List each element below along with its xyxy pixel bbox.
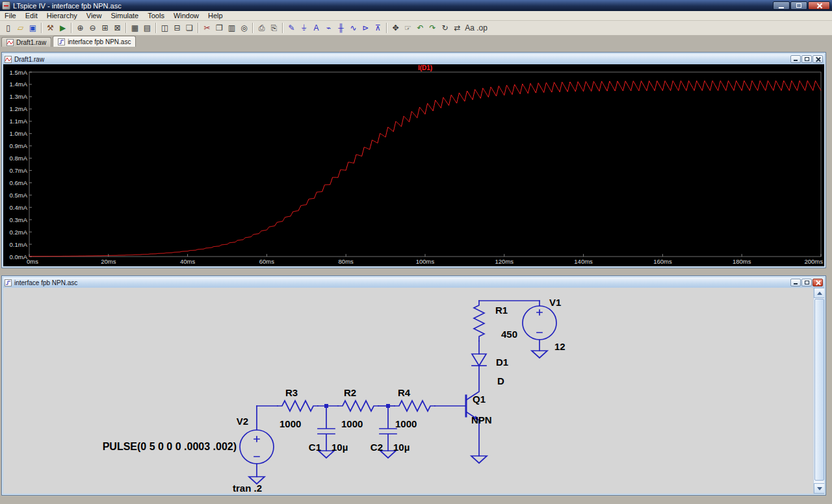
toolbar-wire-button[interactable]: ✎ (285, 22, 298, 34)
toolbar-run-button[interactable]: ▶ (57, 22, 69, 34)
waveform-window-titlebar[interactable]: Draft1.raw (3, 54, 824, 64)
toolbar-ground-button[interactable]: ⏚ (298, 22, 310, 34)
menu-tools[interactable]: Tools (143, 11, 169, 20)
toolbar: ▯▱▣⚒▶⊕⊖⊞⊠▦▤◫⊟❏✂❐▥◎⎙⎘✎⏚A⌁╫∿⊳⊼✥☞↶↷↻⇄Aa.op (0, 21, 832, 36)
component-r1-symbol[interactable] (474, 301, 484, 341)
label-r2-name[interactable]: R2 (344, 387, 356, 398)
label-c2-value[interactable]: 10µ (393, 442, 410, 453)
toolbar-text-button[interactable]: Aa (463, 22, 476, 34)
schematic-close-button[interactable] (812, 279, 823, 286)
scroll-down-button[interactable] (814, 483, 824, 494)
waveform-close-button[interactable] (812, 55, 823, 63)
menu-help[interactable]: Help (203, 11, 228, 20)
label-c2-name[interactable]: C2 (370, 442, 383, 453)
schematic-minimize-button[interactable] (790, 279, 801, 286)
toolbar-rotate-button[interactable]: ↻ (439, 22, 451, 34)
label-r3-name[interactable]: R3 (285, 387, 298, 398)
label-r1-name[interactable]: R1 (495, 305, 508, 316)
label-r3-value[interactable]: 1000 (280, 418, 301, 429)
waveform-window-buttons (790, 55, 823, 63)
vertical-scrollbar[interactable] (813, 288, 824, 494)
toolbar-zoom-area-button[interactable]: ⊞ (99, 22, 111, 34)
toolbar-drag-button[interactable]: ☞ (402, 22, 414, 34)
label-d1-name[interactable]: D1 (496, 357, 508, 368)
toolbar-inductor-button[interactable]: ∿ (347, 22, 359, 34)
label-r2-value[interactable]: 1000 (341, 418, 363, 429)
trace-i-d1[interactable] (29, 81, 821, 256)
toolbar-mirror-button[interactable]: ⇄ (451, 22, 463, 34)
toolbar-save-button[interactable]: ▣ (27, 22, 39, 34)
menu-hierarchy[interactable]: Hierarchy (42, 11, 82, 20)
trace-legend-label[interactable]: I(D1) (418, 64, 432, 71)
waveform-minimize-button[interactable] (790, 55, 801, 63)
toolbar-cascade-button[interactable]: ❏ (183, 22, 196, 34)
menu-file[interactable]: File (0, 11, 21, 20)
toolbar-separator (198, 23, 199, 33)
component-r3-symbol[interactable] (278, 401, 318, 411)
toolbar-net-label-button[interactable]: A (310, 22, 322, 34)
label-r4-name[interactable]: R4 (398, 387, 411, 398)
mdi-client-area: Draft1.raw 0.0mA0.1mA0.2mA0.3mA0.4mA0.5m… (0, 47, 832, 504)
toolbar-resistor-button[interactable]: ⌁ (322, 22, 335, 34)
component-r4-symbol[interactable] (395, 401, 435, 411)
label-v2-value[interactable]: PULSE(0 5 0 0 0 .0003 .002) (103, 441, 237, 452)
minimize-button[interactable] (773, 1, 790, 10)
menu-simulate[interactable]: Simulate (106, 11, 143, 20)
toolbar-spice-directive-button[interactable]: .op (476, 22, 488, 34)
component-r2-symbol[interactable] (338, 401, 378, 411)
component-v1-symbol[interactable] (479, 301, 556, 358)
menu-view[interactable]: View (82, 11, 107, 20)
component-d1-symbol[interactable] (472, 341, 486, 366)
waveform-plot-area[interactable]: 0.0mA0.1mA0.2mA0.3mA0.4mA0.5mA0.6mA0.7mA… (3, 64, 824, 266)
label-d1-value[interactable]: D (497, 375, 504, 386)
scrollbar-thumb[interactable] (814, 299, 824, 481)
toolbar-move-button[interactable]: ✥ (389, 22, 402, 34)
label-r1-value[interactable]: 450 (501, 329, 517, 340)
toolbar-new-schematic-button[interactable]: ▯ (2, 22, 14, 34)
schematic-canvas[interactable]: V1 12 R1 450 D1 D Q1 NPN R4 1000 R2 1000… (3, 288, 824, 494)
toolbar-snap-button[interactable]: ▤ (141, 22, 153, 34)
toolbar-capacitor-button[interactable]: ╫ (335, 22, 347, 34)
toolbar-redo-button[interactable]: ↷ (426, 22, 439, 34)
toolbar-cut-button[interactable]: ✂ (201, 22, 213, 34)
schematic-maximize-button[interactable] (801, 279, 812, 286)
y-tick-label: 0.6mA (10, 179, 28, 186)
toolbar-zoom-full-extents-button[interactable]: ⊠ (111, 22, 124, 34)
label-q1-name[interactable]: Q1 (473, 394, 486, 405)
toolbar-paste-button[interactable]: ▥ (226, 22, 238, 34)
tab-interface-fpb-npn-asc[interactable]: interface fpb NPN.asc (53, 36, 136, 47)
menu-edit[interactable]: Edit (21, 11, 42, 20)
plot-frame (29, 72, 821, 257)
toolbar-component-button[interactable]: ⊼ (372, 22, 384, 34)
toolbar-zoom-in-button[interactable]: ⊕ (74, 22, 86, 34)
toolbar-tile-horizontal-button[interactable]: ⊟ (171, 22, 183, 34)
toolbar-undo-button[interactable]: ↶ (414, 22, 426, 34)
schematic-window-titlebar[interactable]: interface fpb NPN.asc (3, 277, 824, 288)
maximize-button[interactable] (790, 1, 807, 10)
toolbar-find-button[interactable]: ◎ (238, 22, 250, 34)
label-v1-name[interactable]: V1 (549, 297, 561, 308)
label-c1-value[interactable]: 10µ (332, 442, 348, 453)
toolbar-control-panel-button[interactable]: ⚒ (44, 22, 57, 34)
label-r4-value[interactable]: 1000 (395, 418, 417, 429)
menu-window[interactable]: Window (169, 11, 203, 20)
toolbar-print-preview-button[interactable]: ⎘ (268, 22, 280, 34)
toolbar-open-button[interactable]: ▱ (14, 22, 27, 34)
schematic-window-buttons (790, 279, 823, 286)
label-spice-directive[interactable]: tran .2 (233, 483, 262, 494)
tab-draft1-raw[interactable]: Draft1.raw (1, 37, 51, 47)
toolbar-print-button[interactable]: ⎙ (255, 22, 268, 34)
y-tick-label: 0.2mA (10, 229, 28, 236)
label-q1-value[interactable]: NPN (471, 414, 492, 425)
toolbar-tile-vertical-button[interactable]: ◫ (159, 22, 171, 34)
label-v2-name[interactable]: V2 (237, 416, 248, 427)
waveform-maximize-button[interactable] (801, 55, 812, 63)
close-button[interactable] (808, 1, 830, 10)
toolbar-zoom-out-button[interactable]: ⊖ (86, 22, 99, 34)
toolbar-copy-button[interactable]: ❐ (213, 22, 226, 34)
toolbar-grid-button[interactable]: ▦ (129, 22, 141, 34)
label-v1-value[interactable]: 12 (554, 341, 566, 352)
scroll-up-button[interactable] (814, 288, 824, 298)
toolbar-diode-button[interactable]: ⊳ (359, 22, 372, 34)
label-c1-name[interactable]: C1 (309, 442, 321, 453)
